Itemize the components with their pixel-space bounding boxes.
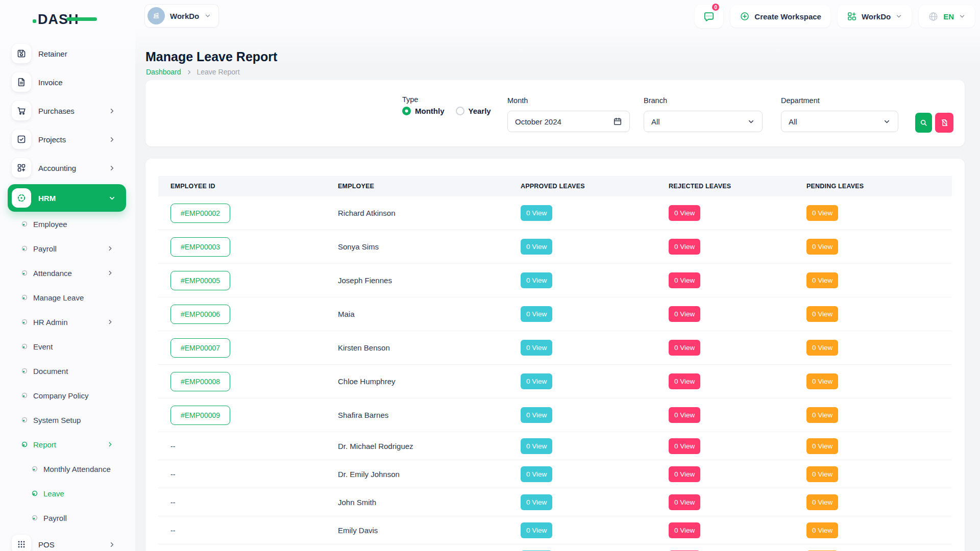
employee-id-badge[interactable]: #EMP00003 (170, 237, 230, 257)
month-input[interactable]: October 2024 (507, 111, 630, 132)
sidebar-item-purchases[interactable]: Purchases (0, 96, 135, 125)
employee-id-cell: -- (158, 470, 326, 479)
grid-plus-icon (16, 163, 27, 173)
pending-view-button[interactable]: 0 View (806, 205, 838, 221)
type-radio-option[interactable]: Monthly (402, 107, 445, 115)
rejected-view-button[interactable]: 0 View (669, 494, 700, 510)
sidebar-subsubitem[interactable]: Monthly Attendance (0, 457, 135, 481)
sidebar-subitem[interactable]: Document (0, 359, 135, 383)
pending-view-button[interactable]: 0 View (806, 466, 838, 482)
sidebar-subitem[interactable]: Attendance (0, 261, 135, 285)
approved-view-button[interactable]: 0 View (521, 340, 552, 356)
sidebar-subitem[interactable]: Report (0, 432, 135, 457)
approved-view-button[interactable]: 0 View (521, 466, 552, 482)
sidebar-subitem-label: Company Policy (33, 391, 88, 400)
department-select[interactable]: All (781, 111, 898, 132)
rejected-view-button[interactable]: 0 View (669, 272, 700, 288)
rejected-view-button[interactable]: 0 View (669, 239, 700, 255)
type-radio-option[interactable]: Yearly (456, 107, 491, 115)
pending-leaves-cell: 0 View (794, 306, 952, 322)
table-body: #EMP00002 Richard Atkinson 0 View 0 View… (158, 196, 952, 551)
chevron-down-icon (959, 13, 966, 20)
rejected-leaves-cell: 0 View (656, 494, 794, 510)
sidebar-subitem[interactable]: Company Policy (0, 383, 135, 408)
employee-id-badge[interactable]: #EMP00005 (170, 271, 230, 290)
approved-view-button[interactable]: 0 View (521, 272, 552, 288)
rejected-view-button[interactable]: 0 View (669, 373, 700, 389)
rejected-view-button[interactable]: 0 View (669, 438, 700, 454)
employee-id-badge[interactable]: #EMP00002 (170, 204, 230, 223)
workdo-menu-button[interactable]: WorkDo (838, 5, 912, 28)
pending-view-button[interactable]: 0 View (806, 438, 838, 454)
bullet-icon (21, 417, 28, 423)
rejected-view-button[interactable]: 0 View (669, 522, 700, 538)
pending-view-button[interactable]: 0 View (806, 522, 838, 538)
calendar-icon (613, 117, 622, 126)
messages-count-badge: 0 (711, 3, 720, 12)
sidebar-subitem[interactable]: Manage Leave (0, 285, 135, 310)
employee-id-badge[interactable]: #EMP00007 (170, 338, 230, 358)
sidebar-subitem[interactable]: Payroll (0, 236, 135, 261)
employee-name-cell: Chloe Humphrey (326, 377, 508, 386)
employee-id-badge[interactable]: #EMP00008 (170, 372, 230, 391)
sidebar-subitem[interactable]: Event (0, 334, 135, 359)
branch-select[interactable]: All (644, 111, 763, 132)
sidebar-item-hrm[interactable]: HRM (8, 184, 126, 212)
approved-view-button[interactable]: 0 View (521, 239, 552, 255)
messages-button[interactable]: 0 (695, 5, 723, 28)
create-workspace-button[interactable]: Create Workspace (730, 5, 830, 28)
workdo-menu-label: WorkDo (862, 12, 891, 21)
employee-id-badge[interactable]: #EMP00009 (170, 406, 230, 425)
pending-view-button[interactable]: 0 View (806, 407, 838, 423)
reset-button[interactable] (935, 113, 953, 133)
pending-view-button[interactable]: 0 View (806, 306, 838, 322)
approved-view-button[interactable]: 0 View (521, 205, 552, 221)
sidebar-subitem[interactable]: System Setup (0, 408, 135, 432)
sidebar-subsubitem[interactable]: Leave (0, 481, 135, 506)
grid-plus-icon (847, 11, 857, 21)
sidebar-item-retainer[interactable]: Retainer (0, 39, 135, 68)
pending-view-button[interactable]: 0 View (806, 373, 838, 389)
sidebar-subsubitem-label: Monthly Attendance (43, 465, 111, 473)
workspace-switcher[interactable]: WorkDo (144, 4, 219, 28)
pending-view-button[interactable]: 0 View (806, 494, 838, 510)
search-button[interactable] (915, 113, 932, 133)
pending-view-button[interactable]: 0 View (806, 340, 838, 356)
sidebar-item-accounting[interactable]: Accounting (0, 154, 135, 182)
sidebar-subitem[interactable]: Employee (0, 212, 135, 236)
sidebar-subitem-label: Payroll (33, 244, 57, 253)
sidebar-item-projects[interactable]: Projects (0, 125, 135, 154)
approved-leaves-cell: 0 View (508, 494, 656, 510)
sidebar-subsubitem[interactable]: Payroll (0, 506, 135, 530)
sidebar-item-label: Invoice (38, 78, 63, 87)
pending-view-button[interactable]: 0 View (806, 272, 838, 288)
sidebar-subitem[interactable]: HR Admin (0, 310, 135, 334)
rejected-view-button[interactable]: 0 View (669, 340, 700, 356)
hrm-submenu: Employee Payroll Attendance (0, 212, 135, 457)
table-column-header: APPROVED LEAVES (508, 183, 656, 190)
pending-leaves-cell: 0 View (794, 407, 952, 423)
employee-id-text: -- (170, 442, 175, 450)
dash-logo[interactable]: DASH (33, 11, 99, 27)
month-filter-label: Month (507, 96, 528, 105)
approved-leaves-cell: 0 View (508, 407, 656, 423)
approved-view-button[interactable]: 0 View (521, 407, 552, 423)
rejected-view-button[interactable]: 0 View (669, 306, 700, 322)
rejected-view-button[interactable]: 0 View (669, 407, 700, 423)
sidebar-item-label: Purchases (38, 107, 75, 115)
approved-view-button[interactable]: 0 View (521, 494, 552, 510)
sidebar-item-pos[interactable]: POS (0, 530, 135, 551)
approved-view-button[interactable]: 0 View (521, 373, 552, 389)
language-button[interactable]: EN (919, 5, 975, 28)
approved-view-button[interactable]: 0 View (521, 306, 552, 322)
breadcrumb-dashboard-link[interactable]: Dashboard (146, 68, 181, 76)
approved-view-button[interactable]: 0 View (521, 522, 552, 538)
approved-view-button[interactable]: 0 View (521, 438, 552, 454)
rejected-view-button[interactable]: 0 View (669, 466, 700, 482)
department-filter-label: Department (781, 96, 820, 105)
sidebar-item-invoice[interactable]: Invoice (0, 68, 135, 96)
rejected-view-button[interactable]: 0 View (669, 205, 700, 221)
pending-view-button[interactable]: 0 View (806, 239, 838, 255)
employee-id-badge[interactable]: #EMP00006 (170, 305, 230, 324)
employee-name-cell: Dr. Emily Johnson (326, 470, 508, 479)
